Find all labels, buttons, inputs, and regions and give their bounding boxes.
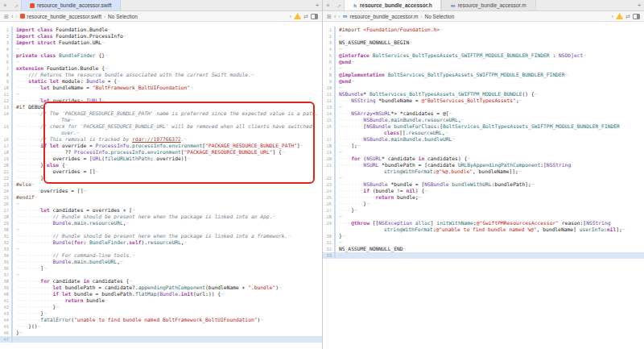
line-number[interactable]: 32 (0, 239, 11, 246)
line-number[interactable]: 18 (0, 149, 11, 156)
code-line[interactable]: 2¬ (323, 33, 644, 39)
code-line[interactable]: 17········NSBundle.mainBundle.bundleURL¬ (323, 136, 644, 143)
code-line[interactable]: 13#if DEBUG¬ (0, 104, 322, 110)
chevron-left-icon[interactable]: ‹ (612, 14, 613, 19)
line-number[interactable]: 30 (323, 233, 334, 239)
line-number[interactable]: 5 (323, 52, 334, 59)
line-number[interactable]: 18 (323, 143, 334, 149)
back-icon[interactable]: ‹ (11, 14, 13, 19)
code-line[interactable]: 47¬ (0, 336, 322, 343)
code-line[interactable]: 4¬ (323, 46, 644, 52)
line-number[interactable]: 28 (0, 214, 11, 220)
new-tab-button[interactable]: + (634, 2, 644, 9)
breadcrumb-selection[interactable]: No Selection (424, 14, 454, 19)
code-line[interactable]: 9@end¬ (323, 78, 644, 85)
line-number[interactable]: 16 (323, 123, 334, 136)
code-line[interactable]: 26¬ (0, 201, 322, 207)
line-number[interactable]: 1 (323, 27, 334, 33)
line-number[interactable]: 36 (0, 265, 11, 272)
line-number[interactable]: 40 (0, 291, 11, 297)
line-number[interactable]: 4 (323, 46, 334, 52)
back-icon[interactable]: ‹ (334, 14, 336, 19)
line-number[interactable]: 27 (323, 207, 334, 214)
forward-icon[interactable]: › (338, 14, 340, 19)
line-number[interactable]: 16 (0, 136, 11, 143)
line-number[interactable]: 13 (0, 104, 11, 110)
code-line[interactable]: 40············if let bundle = bundlePath… (0, 291, 322, 297)
code-line[interactable]: 34············// For command-line tools.… (0, 252, 322, 259)
code-line[interactable]: 16········// This removal is tracked by … (0, 136, 322, 143)
code-line[interactable]: 25············return bundle;¬ (323, 194, 644, 201)
line-number[interactable]: 9 (323, 78, 334, 85)
swap-arrows-icon[interactable]: ⇄ (625, 14, 630, 19)
code-line[interactable]: 32············Bundle(for: BundleFinder.s… (0, 239, 322, 246)
code-line[interactable]: 4¬ (0, 46, 322, 52)
code-line[interactable]: 1#import <Foundation/Foundation.h>¬ (323, 27, 644, 33)
code-line[interactable]: 28¬ (323, 214, 644, 220)
code-line[interactable]: 19············overrides = [URL(fileURLWi… (0, 156, 322, 162)
line-number[interactable]: 7 (323, 65, 334, 72)
line-number[interactable]: 38 (0, 278, 11, 285)
close-editor-icon[interactable]: × (323, 0, 333, 10)
line-number[interactable]: 10 (323, 85, 334, 91)
line-number[interactable]: 10 (0, 85, 11, 91)
line-number[interactable]: 34 (0, 252, 11, 259)
code-line[interactable]: 30}¬ (323, 233, 644, 239)
line-number[interactable]: 3 (323, 39, 334, 46)
code-line[interactable]: 6¬ (0, 59, 322, 65)
editor-options-icon[interactable] (311, 14, 318, 19)
code-line[interactable]: 45····}()¬ (0, 323, 322, 330)
line-number[interactable]: 1 (0, 27, 11, 33)
line-number[interactable]: 41 (0, 297, 11, 304)
code-line[interactable]: 35············Bundle.main.bundleURL,¬ (0, 259, 322, 265)
line-number[interactable]: 20 (323, 156, 334, 162)
line-number[interactable]: 24 (0, 188, 11, 194)
line-number[interactable]: 28 (323, 214, 334, 220)
line-number[interactable]: 33 (0, 246, 11, 252)
code-line[interactable]: 20····for (NSURL* candidate in candidate… (323, 156, 644, 162)
code-line[interactable]: 29············Bundle.main.resourceURL,¬ (0, 220, 322, 226)
line-number[interactable]: 47 (0, 336, 11, 343)
line-number[interactable]: 21 (323, 162, 334, 175)
line-number[interactable]: 24 (323, 188, 334, 194)
code-line[interactable]: 18····];¬ (323, 143, 644, 149)
code-line[interactable]: 6@end¬ (323, 59, 644, 65)
line-number[interactable]: 12 (323, 98, 334, 104)
line-number[interactable]: 12 (0, 98, 11, 104)
line-number[interactable]: 27 (0, 207, 11, 214)
code-line[interactable]: 44········fatalError("unable to find bun… (0, 317, 322, 323)
code-line[interactable]: 7extension Foundation.Bundle {¬ (0, 65, 322, 72)
code-line[interactable]: 21············overrides = []¬ (0, 168, 322, 175)
code-line[interactable]: 2import class Foundation.ProcessInfo¬ (0, 33, 322, 39)
code-line[interactable]: 16········[NSBundle bundleForClass:[Bolt… (323, 123, 644, 136)
line-number[interactable]: 45 (0, 323, 11, 330)
line-number[interactable]: 15 (323, 117, 334, 123)
code-line[interactable]: 5@interface BoltServices_BoltTypesAssets… (323, 52, 644, 59)
tab-resource-bundle-accessor-h[interactable]: h resource_bundle_accessor.h (344, 0, 441, 10)
code-line[interactable]: 37¬ (0, 272, 322, 278)
code-line[interactable]: 29····@throw [[NSException alloc] initWi… (323, 220, 644, 233)
code-line[interactable]: 12····NSString *bundleName = @"BoltServi… (323, 98, 644, 104)
code-line[interactable]: 11NSBundle* BoltServices_BoltTypesAssets… (323, 91, 644, 98)
code-line[interactable]: 1import class Foundation.Bundle¬ (0, 27, 322, 33)
code-line[interactable]: 10········let bundleName = "BoltFramewor… (0, 85, 322, 91)
line-number[interactable]: 15 (0, 123, 11, 136)
line-number[interactable]: 44 (0, 317, 11, 323)
line-number[interactable]: 22 (323, 175, 334, 181)
line-number[interactable]: 43 (0, 310, 11, 317)
related-items-icon[interactable]: ⊞ (327, 14, 332, 19)
line-number[interactable]: 30 (0, 226, 11, 233)
line-number[interactable]: 17 (323, 136, 334, 143)
code-line[interactable]: 33¬ (0, 246, 322, 252)
line-number[interactable]: 35 (0, 259, 11, 265)
line-number[interactable]: 39 (0, 285, 11, 291)
line-number[interactable]: 7 (0, 65, 11, 72)
code-line[interactable]: 31¬ (323, 239, 644, 246)
line-number[interactable]: 23 (323, 181, 334, 188)
code-editor-right[interactable]: 1#import <Foundation/Foundation.h>¬2¬3NS… (323, 23, 644, 349)
code-line[interactable]: 15········// check for 'PACKAGE_RESOURCE… (0, 123, 322, 136)
warning-icon[interactable] (294, 13, 301, 19)
chevron-left-icon[interactable]: ‹ (290, 14, 291, 19)
line-number[interactable]: 29 (0, 220, 11, 226)
code-line[interactable]: 19¬ (323, 149, 644, 156)
